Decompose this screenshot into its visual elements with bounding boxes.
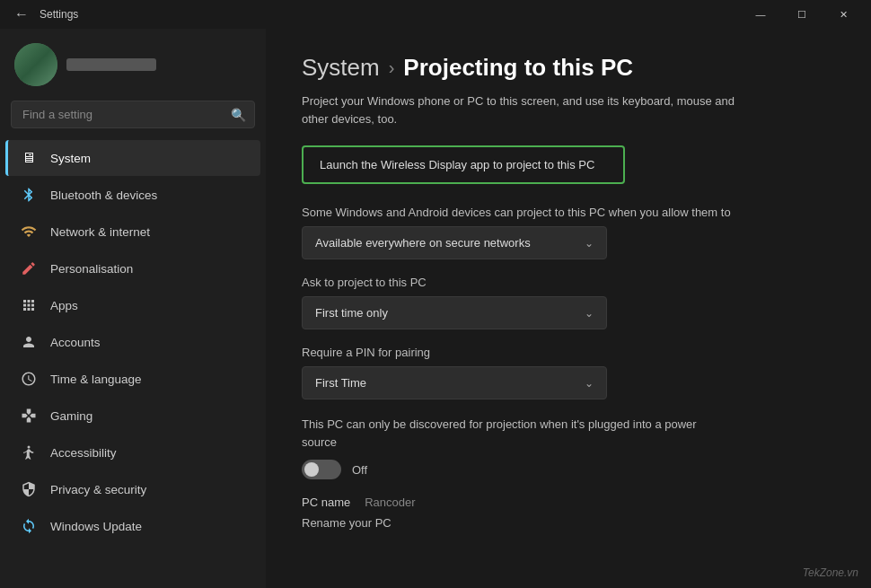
breadcrumb-parent: System xyxy=(302,54,380,82)
breadcrumb: System › Projecting to this PC xyxy=(302,54,835,82)
toggle-row: Off xyxy=(302,460,835,479)
sidebar-item-label-privacy: Privacy & security xyxy=(50,483,146,496)
windows-update-icon xyxy=(20,517,38,535)
page-description: Project your Windows phone or PC to this… xyxy=(302,92,751,127)
back-button[interactable]: ← xyxy=(11,3,32,26)
titlebar: ← Settings — ☐ ✕ xyxy=(0,0,871,29)
sidebar-item-bluetooth[interactable]: Bluetooth & devices xyxy=(5,177,260,213)
allow-label: Some Windows and Android devices can pro… xyxy=(302,206,835,219)
power-section: This PC can only be discovered for proje… xyxy=(302,416,835,479)
power-description: This PC can only be discovered for proje… xyxy=(302,416,715,451)
accounts-icon xyxy=(20,333,38,351)
sidebar-item-label-system: System xyxy=(50,152,91,165)
sidebar-item-system[interactable]: 🖥System xyxy=(5,140,260,176)
sidebar-item-label-gaming: Gaming xyxy=(50,409,92,423)
titlebar-controls: — ☐ ✕ xyxy=(740,0,864,29)
sidebar-item-label-time: Time & language xyxy=(50,373,142,386)
ask-dropdown-value: First time only xyxy=(315,306,388,320)
sidebar-item-label-accounts: Accounts xyxy=(50,336,101,349)
svg-point-0 xyxy=(28,446,31,449)
allow-dropdown-value: Available everywhere on secure networks xyxy=(315,236,531,250)
pin-label: Require a PIN for pairing xyxy=(302,346,835,359)
sidebar-item-label-apps: Apps xyxy=(50,299,78,312)
ask-dropdown[interactable]: First time only ⌄ xyxy=(302,296,607,329)
app-title: Settings xyxy=(40,8,78,21)
watermark: TekZone.vn xyxy=(803,566,858,579)
breadcrumb-separator: › xyxy=(389,57,395,78)
gaming-icon xyxy=(20,407,38,425)
sidebar-item-accessibility[interactable]: Accessibility xyxy=(5,434,260,470)
apps-icon xyxy=(20,296,38,314)
ask-label: Ask to project to this PC xyxy=(302,276,835,289)
sidebar-item-personalisation[interactable]: Personalisation xyxy=(5,250,260,286)
pcname-key: PC name xyxy=(302,496,350,509)
content-area: System › Projecting to this PC Project y… xyxy=(266,29,871,588)
titlebar-left: ← Settings xyxy=(11,3,78,26)
search-input[interactable] xyxy=(11,101,255,128)
sidebar-item-privacy[interactable]: Privacy & security xyxy=(5,471,260,507)
minimize-button[interactable]: — xyxy=(740,0,781,29)
user-area xyxy=(0,29,266,93)
privacy-icon xyxy=(20,480,38,498)
system-icon: 🖥 xyxy=(20,149,38,167)
sidebar-item-apps[interactable]: Apps xyxy=(5,287,260,323)
username xyxy=(66,58,156,71)
launch-wireless-display-button[interactable]: Launch the Wireless Display app to proje… xyxy=(302,145,625,184)
pin-dropdown-value: First Time xyxy=(315,376,366,390)
main-layout: 🔍 🖥SystemBluetooth & devicesNetwork & in… xyxy=(0,29,871,588)
personalisation-icon xyxy=(20,259,38,277)
pcname-row: PC name Rancoder xyxy=(302,496,835,509)
sidebar-item-network[interactable]: Network & internet xyxy=(5,214,260,250)
bluetooth-icon xyxy=(20,186,38,204)
search-icon: 🔍 xyxy=(231,108,246,122)
sidebar-item-accounts[interactable]: Accounts xyxy=(5,324,260,360)
maximize-button[interactable]: ☐ xyxy=(781,0,823,29)
toggle-knob xyxy=(304,462,319,477)
search-box: 🔍 xyxy=(11,101,255,128)
breadcrumb-child: Projecting to this PC xyxy=(403,54,633,82)
sidebar-item-label-bluetooth: Bluetooth & devices xyxy=(50,189,157,202)
close-button[interactable]: ✕ xyxy=(823,0,864,29)
avatar-image xyxy=(14,43,57,86)
allow-dropdown-chevron: ⌄ xyxy=(585,237,594,250)
time-icon xyxy=(20,370,38,388)
sidebar-item-label-personalisation: Personalisation xyxy=(50,262,133,276)
ask-dropdown-chevron: ⌄ xyxy=(585,307,594,320)
sidebar: 🔍 🖥SystemBluetooth & devicesNetwork & in… xyxy=(0,29,266,588)
sidebar-item-label-windows-update: Windows Update xyxy=(50,520,142,533)
toggle-state-label: Off xyxy=(352,463,367,477)
sidebar-item-label-accessibility: Accessibility xyxy=(50,446,117,460)
sidebar-item-time[interactable]: Time & language xyxy=(5,361,260,397)
sidebar-item-windows-update[interactable]: Windows Update xyxy=(5,508,260,544)
accessibility-icon xyxy=(20,443,38,461)
pcname-value: Rancoder xyxy=(365,496,415,509)
pin-dropdown[interactable]: First Time ⌄ xyxy=(302,366,607,399)
sidebar-item-gaming[interactable]: Gaming xyxy=(5,398,260,434)
pin-dropdown-chevron: ⌄ xyxy=(585,377,594,390)
nav-list: 🖥SystemBluetooth & devicesNetwork & inte… xyxy=(0,139,266,545)
avatar xyxy=(14,43,57,86)
rename-pc-link[interactable]: Rename your PC xyxy=(302,516,392,530)
allow-dropdown[interactable]: Available everywhere on secure networks … xyxy=(302,226,607,259)
sidebar-item-label-network: Network & internet xyxy=(50,225,150,239)
power-toggle[interactable] xyxy=(302,460,341,479)
network-icon xyxy=(20,223,38,241)
